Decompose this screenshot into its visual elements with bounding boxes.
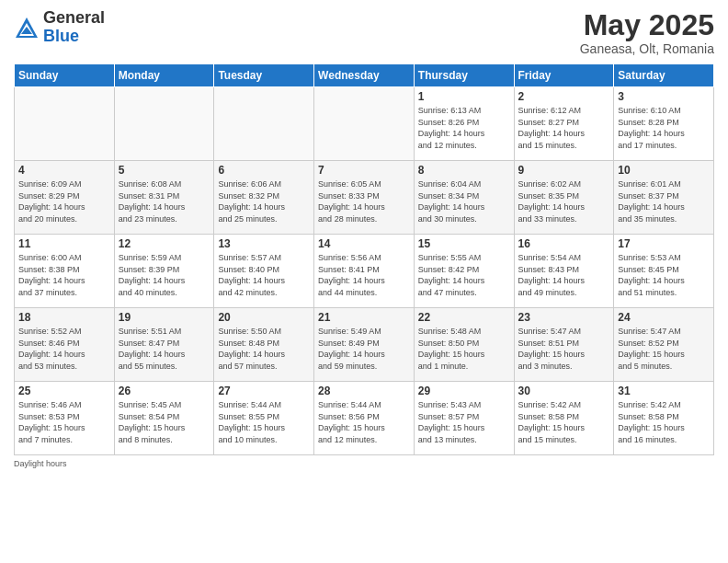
day-number: 16 (518, 237, 610, 250)
calendar-cell: 7Sunrise: 6:05 AM Sunset: 8:33 PM Daylig… (314, 161, 415, 235)
day-number: 21 (318, 311, 410, 324)
day-info: Sunrise: 6:05 AM Sunset: 8:33 PM Dayligh… (318, 178, 410, 224)
day-number: 29 (418, 385, 510, 397)
day-info: Sunrise: 6:06 AM Sunset: 8:32 PM Dayligh… (218, 178, 310, 224)
calendar-week-row: 25Sunrise: 5:46 AM Sunset: 8:53 PM Dayli… (15, 382, 714, 455)
calendar-week-row: 4Sunrise: 6:09 AM Sunset: 8:29 PM Daylig… (15, 161, 714, 235)
calendar-cell: 6Sunrise: 6:06 AM Sunset: 8:32 PM Daylig… (214, 161, 314, 235)
day-info: Sunrise: 5:42 AM Sunset: 8:58 PM Dayligh… (618, 399, 710, 445)
day-info: Sunrise: 5:47 AM Sunset: 8:51 PM Dayligh… (518, 326, 610, 372)
day-number: 25 (18, 385, 110, 397)
calendar-week-row: 1Sunrise: 6:13 AM Sunset: 8:26 PM Daylig… (15, 87, 714, 161)
day-number: 26 (119, 385, 210, 397)
day-number: 2 (518, 90, 610, 103)
day-of-week-header: Wednesday (314, 64, 415, 87)
day-number: 14 (318, 237, 410, 250)
calendar-cell (214, 87, 314, 161)
calendar-cell: 24Sunrise: 5:47 AM Sunset: 8:52 PM Dayli… (614, 308, 714, 382)
day-info: Sunrise: 5:44 AM Sunset: 8:56 PM Dayligh… (318, 399, 410, 445)
day-info: Sunrise: 5:53 AM Sunset: 8:45 PM Dayligh… (618, 252, 710, 298)
day-of-week-header: Monday (114, 64, 214, 87)
day-number: 12 (119, 237, 210, 250)
calendar-cell: 26Sunrise: 5:45 AM Sunset: 8:54 PM Dayli… (114, 382, 214, 455)
day-info: Sunrise: 5:47 AM Sunset: 8:52 PM Dayligh… (618, 326, 710, 372)
day-info: Sunrise: 5:57 AM Sunset: 8:40 PM Dayligh… (218, 252, 310, 298)
day-number: 9 (518, 164, 610, 177)
calendar-cell: 2Sunrise: 6:12 AM Sunset: 8:27 PM Daylig… (514, 87, 614, 161)
day-number: 1 (418, 90, 510, 103)
day-info: Sunrise: 5:52 AM Sunset: 8:46 PM Dayligh… (18, 326, 110, 372)
day-number: 11 (18, 237, 110, 250)
calendar-cell: 20Sunrise: 5:50 AM Sunset: 8:48 PM Dayli… (214, 308, 314, 382)
header: General Blue May 2025 Ganeasa, Olt, Roma… (14, 9, 714, 56)
day-info: Sunrise: 5:55 AM Sunset: 8:42 PM Dayligh… (418, 252, 510, 298)
day-info: Sunrise: 6:09 AM Sunset: 8:29 PM Dayligh… (18, 178, 110, 224)
day-number: 20 (218, 311, 310, 324)
day-info: Sunrise: 5:50 AM Sunset: 8:48 PM Dayligh… (218, 326, 310, 372)
day-number: 6 (218, 164, 310, 177)
day-info: Sunrise: 5:51 AM Sunset: 8:47 PM Dayligh… (119, 326, 210, 372)
day-info: Sunrise: 5:43 AM Sunset: 8:57 PM Dayligh… (418, 399, 510, 445)
day-info: Sunrise: 6:01 AM Sunset: 8:37 PM Dayligh… (618, 178, 710, 224)
day-number: 15 (418, 237, 510, 250)
day-of-week-header: Friday (514, 64, 614, 87)
day-of-week-header: Tuesday (214, 64, 314, 87)
calendar-cell: 23Sunrise: 5:47 AM Sunset: 8:51 PM Dayli… (514, 308, 614, 382)
calendar-cell: 1Sunrise: 6:13 AM Sunset: 8:26 PM Daylig… (414, 87, 514, 161)
calendar-cell: 28Sunrise: 5:44 AM Sunset: 8:56 PM Dayli… (314, 382, 415, 455)
logo-blue: Blue (43, 28, 105, 46)
day-info: Sunrise: 5:56 AM Sunset: 8:41 PM Dayligh… (318, 252, 410, 298)
calendar-cell (314, 87, 415, 161)
footer-note: Daylight hours (14, 459, 714, 468)
day-info: Sunrise: 6:02 AM Sunset: 8:35 PM Dayligh… (518, 178, 610, 224)
calendar-header-row: SundayMondayTuesdayWednesdayThursdayFrid… (15, 64, 714, 87)
day-info: Sunrise: 6:10 AM Sunset: 8:28 PM Dayligh… (618, 105, 710, 151)
logo-general: General (43, 9, 105, 28)
calendar-cell: 21Sunrise: 5:49 AM Sunset: 8:49 PM Dayli… (314, 308, 415, 382)
calendar-cell: 10Sunrise: 6:01 AM Sunset: 8:37 PM Dayli… (614, 161, 714, 235)
day-number: 30 (518, 385, 610, 397)
calendar-cell: 17Sunrise: 5:53 AM Sunset: 8:45 PM Dayli… (614, 235, 714, 308)
day-info: Sunrise: 6:08 AM Sunset: 8:31 PM Dayligh… (119, 178, 210, 224)
month-title: May 2025 (580, 9, 714, 41)
calendar-cell: 19Sunrise: 5:51 AM Sunset: 8:47 PM Dayli… (114, 308, 214, 382)
calendar-cell: 18Sunrise: 5:52 AM Sunset: 8:46 PM Dayli… (15, 308, 115, 382)
calendar-cell (114, 87, 214, 161)
day-info: Sunrise: 5:44 AM Sunset: 8:55 PM Dayligh… (218, 399, 310, 445)
day-number: 8 (418, 164, 510, 177)
calendar-cell: 15Sunrise: 5:55 AM Sunset: 8:42 PM Dayli… (414, 235, 514, 308)
calendar-cell: 4Sunrise: 6:09 AM Sunset: 8:29 PM Daylig… (15, 161, 115, 235)
calendar-cell: 9Sunrise: 6:02 AM Sunset: 8:35 PM Daylig… (514, 161, 614, 235)
day-number: 4 (18, 164, 110, 177)
day-info: Sunrise: 5:45 AM Sunset: 8:54 PM Dayligh… (119, 399, 210, 445)
day-number: 31 (618, 385, 710, 397)
calendar-cell: 3Sunrise: 6:10 AM Sunset: 8:28 PM Daylig… (614, 87, 714, 161)
day-number: 19 (119, 311, 210, 324)
day-info: Sunrise: 6:00 AM Sunset: 8:38 PM Dayligh… (18, 252, 110, 298)
calendar-week-row: 18Sunrise: 5:52 AM Sunset: 8:46 PM Dayli… (15, 308, 714, 382)
day-number: 22 (418, 311, 510, 324)
day-info: Sunrise: 5:49 AM Sunset: 8:49 PM Dayligh… (318, 326, 410, 372)
logo-icon (14, 16, 40, 41)
day-of-week-header: Sunday (15, 64, 115, 87)
calendar-cell: 25Sunrise: 5:46 AM Sunset: 8:53 PM Dayli… (15, 382, 115, 455)
day-info: Sunrise: 6:04 AM Sunset: 8:34 PM Dayligh… (418, 178, 510, 224)
calendar-cell: 27Sunrise: 5:44 AM Sunset: 8:55 PM Dayli… (214, 382, 314, 455)
calendar-cell: 31Sunrise: 5:42 AM Sunset: 8:58 PM Dayli… (614, 382, 714, 455)
calendar-cell: 29Sunrise: 5:43 AM Sunset: 8:57 PM Dayli… (414, 382, 514, 455)
day-number: 7 (318, 164, 410, 177)
day-info: Sunrise: 5:46 AM Sunset: 8:53 PM Dayligh… (18, 399, 110, 445)
day-of-week-header: Thursday (414, 64, 514, 87)
calendar-cell: 14Sunrise: 5:56 AM Sunset: 8:41 PM Dayli… (314, 235, 415, 308)
calendar-cell: 8Sunrise: 6:04 AM Sunset: 8:34 PM Daylig… (414, 161, 514, 235)
page: General Blue May 2025 Ganeasa, Olt, Roma… (0, 0, 728, 563)
day-info: Sunrise: 5:54 AM Sunset: 8:43 PM Dayligh… (518, 252, 610, 298)
day-number: 5 (119, 164, 210, 177)
day-number: 3 (618, 90, 710, 103)
day-of-week-header: Saturday (614, 64, 714, 87)
day-number: 24 (618, 311, 710, 324)
calendar-cell: 22Sunrise: 5:48 AM Sunset: 8:50 PM Dayli… (414, 308, 514, 382)
day-number: 13 (218, 237, 310, 250)
calendar-week-row: 11Sunrise: 6:00 AM Sunset: 8:38 PM Dayli… (15, 235, 714, 308)
calendar-cell (15, 87, 115, 161)
